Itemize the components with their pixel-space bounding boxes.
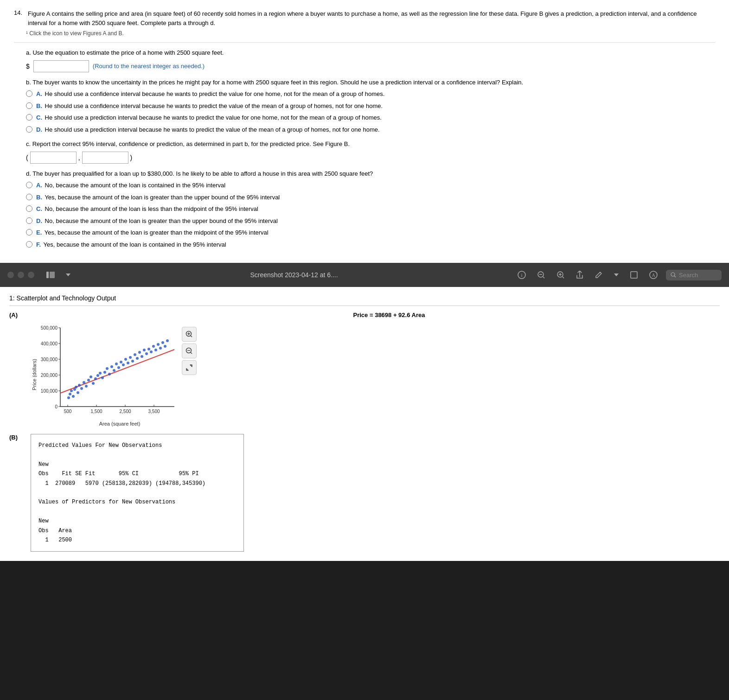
radio-b-a[interactable] (26, 90, 32, 97)
option-b-d[interactable]: D. He should use a prediction interval b… (26, 125, 715, 134)
info-button[interactable]: i (515, 269, 529, 281)
svg-point-67 (127, 362, 129, 364)
dropdown-button[interactable] (63, 272, 73, 278)
zoom-in-button[interactable] (182, 327, 197, 342)
data-table-line1: Predicted Values For New Observations (38, 441, 236, 450)
part-d-options: A. No, because the amount of the loan is… (26, 181, 715, 249)
svg-point-68 (129, 356, 132, 359)
svg-line-91 (191, 352, 192, 354)
svg-point-73 (141, 355, 143, 358)
sidebar-toggle-button[interactable] (44, 270, 58, 280)
figure-title: 1: Scatterplot and Technology Output (9, 294, 720, 306)
svg-line-38 (60, 350, 174, 393)
option-d-a-text: A. No, because the amount of the loan is… (36, 181, 225, 190)
panel-a-content: Price = 38698 + 92.6 Area Price (dollars… (31, 312, 720, 426)
part-a-input-row: $ (Round to the nearest integer as neede… (26, 60, 715, 72)
chart-container: Price (dollars) 500,000 400,000 300,000 … (40, 322, 179, 426)
traffic-light-maximize[interactable] (28, 272, 34, 278)
traffic-light-close[interactable] (7, 272, 14, 278)
svg-point-84 (166, 339, 169, 342)
radio-b-b[interactable] (26, 102, 32, 109)
question-number: 14. (14, 9, 22, 26)
option-d-c[interactable]: C. No, because the amount of the loan is… (26, 204, 715, 214)
close-paren: ) (130, 154, 133, 161)
radio-d-f[interactable] (26, 241, 32, 248)
document-area: 14. Figure A contains the selling price … (0, 0, 729, 263)
svg-point-40 (69, 393, 71, 395)
svg-rect-1 (50, 272, 55, 278)
option-d-f-text: F. Yes, because the amount of the loan i… (36, 240, 226, 249)
option-d-e[interactable]: E. Yes, because the amount of the loan i… (26, 228, 715, 237)
svg-point-69 (131, 360, 134, 363)
svg-rect-0 (46, 272, 49, 278)
svg-point-74 (143, 349, 146, 351)
svg-text:i: i (521, 272, 522, 278)
radio-d-b[interactable] (26, 194, 32, 200)
svg-text:1,500: 1,500 (90, 409, 102, 414)
part-a-label: a. Use the equation to estimate the pric… (26, 48, 715, 57)
zoom-out-button[interactable] (182, 344, 197, 358)
option-b-c[interactable]: C. He should use a prediction interval b… (26, 113, 715, 122)
data-table-line9: New (38, 516, 236, 526)
svg-point-47 (80, 387, 83, 390)
crop-button[interactable] (627, 269, 641, 281)
svg-point-62 (115, 363, 118, 365)
svg-point-63 (117, 366, 120, 369)
option-d-b[interactable]: B. Yes, because the amount of the loan i… (26, 193, 715, 202)
price-input[interactable] (33, 60, 89, 72)
radio-b-d[interactable] (26, 126, 32, 133)
svg-point-78 (152, 345, 155, 348)
radio-d-d[interactable] (26, 217, 32, 224)
figure-area: 1: Scatterplot and Technology Output (A)… (0, 287, 729, 561)
divider-a (14, 42, 715, 43)
interval-upper[interactable] (82, 152, 128, 164)
radio-d-e[interactable] (26, 229, 32, 235)
option-b-b[interactable]: B. He should use a confidence interval b… (26, 102, 715, 111)
svg-line-6 (543, 277, 544, 278)
y-axis-label: Price (dollars) (32, 359, 37, 390)
data-table-line6 (38, 488, 236, 497)
option-d-a[interactable]: A. No, because the amount of the loan is… (26, 181, 715, 190)
option-b-c-text: C. He should use a prediction interval b… (36, 113, 382, 122)
option-d-f[interactable]: F. Yes, because the amount of the loan i… (26, 240, 715, 249)
share-button[interactable] (573, 269, 586, 281)
panel-a-label: (A) (9, 312, 23, 318)
zoom-in-toolbar-button[interactable] (554, 269, 568, 281)
option-d-e-text: E. Yes, because the amount of the loan i… (36, 228, 269, 237)
svg-point-49 (85, 385, 88, 388)
radio-d-c[interactable] (26, 205, 32, 212)
option-d-d[interactable]: D. No, because the amount of the loan is… (26, 216, 715, 226)
svg-line-88 (191, 336, 192, 337)
svg-point-46 (78, 384, 81, 387)
option-b-a[interactable]: A. He should use a confidence interval b… (26, 89, 715, 99)
svg-rect-11 (631, 272, 637, 278)
svg-text:500,000: 500,000 (41, 325, 58, 331)
footnote: ¹ Click the icon to view Figures A and B… (26, 30, 715, 37)
svg-point-48 (83, 381, 85, 384)
accessibility-button[interactable]: A (646, 269, 660, 281)
svg-text:2,500: 2,500 (119, 409, 131, 414)
edit-button[interactable] (592, 269, 606, 281)
toolbar-title: Screenshot 2023-04-12 at 6.... (79, 271, 509, 279)
svg-text:0: 0 (55, 404, 58, 409)
search-bar[interactable]: Search (666, 270, 722, 280)
data-table: Predicted Values For New Observations Ne… (31, 434, 244, 552)
svg-point-57 (103, 371, 106, 374)
zoom-out-toolbar-button[interactable] (534, 269, 548, 281)
dropdown2-button[interactable] (611, 272, 621, 278)
option-b-a-text: A. He should use a confidence interval b… (36, 89, 384, 99)
expand-button[interactable] (182, 360, 197, 375)
question-text: Figure A contains the selling price and … (28, 9, 715, 27)
data-table-line3: New (38, 460, 236, 469)
traffic-light-minimize[interactable] (18, 272, 24, 278)
panel-b-content: Predicted Values For New Observations Ne… (31, 434, 244, 552)
interval-lower[interactable] (30, 152, 77, 164)
svg-point-82 (161, 341, 164, 344)
part-b-label: b. The buyer wants to know the uncertain… (26, 78, 715, 87)
radio-d-a[interactable] (26, 182, 32, 188)
radio-b-c[interactable] (26, 114, 32, 121)
svg-point-72 (138, 351, 141, 354)
part-b-options: A. He should use a confidence interval b… (26, 89, 715, 134)
option-d-b-text: B. Yes, because the amount of the loan i… (36, 193, 280, 202)
macos-toolbar: Screenshot 2023-04-12 at 6.... i A Searc… (0, 263, 729, 287)
